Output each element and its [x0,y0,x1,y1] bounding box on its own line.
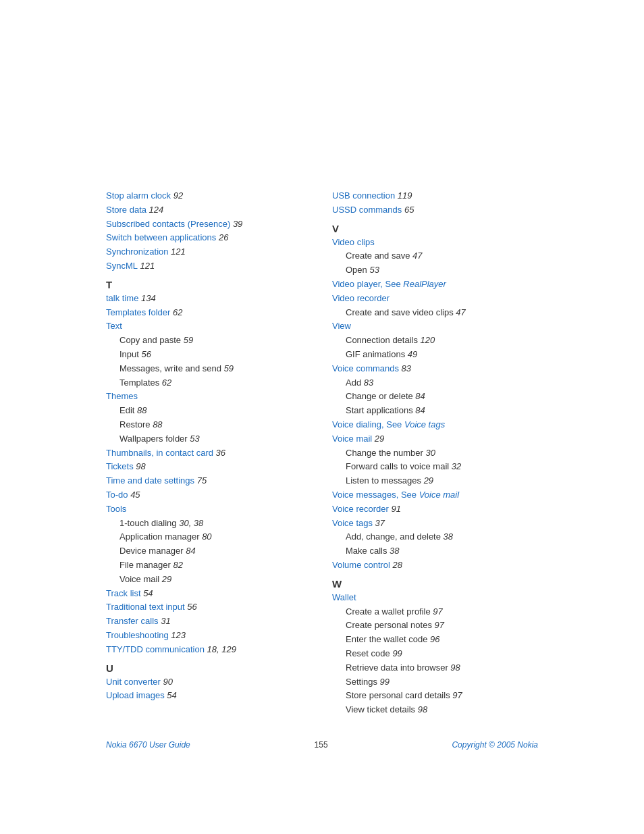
index-parent-entry[interactable]: View [332,319,538,334]
entry-link[interactable]: View [332,321,351,331]
see-reference: RealPlayer [403,279,446,289]
sub-entry-text: Voice mail [119,574,159,584]
sub-entry-number: 59 [221,363,234,373]
index-parent-entry[interactable]: Video clips [332,236,538,250]
sub-entry: Change the number 30 [332,446,538,461]
sub-entry: Voice mail 29 [106,573,312,587]
entry-link[interactable]: To-do [106,490,128,500]
sub-entry-text: Forward calls to voice mail [346,461,449,471]
sub-entry-text: Application manager [119,531,200,542]
see-entry[interactable]: Voice dialing, See Voice tags [332,418,538,432]
index-entry[interactable]: Traditional text input 56 [106,600,312,615]
entry-link[interactable]: Voice messages, See [332,490,419,500]
index-entry[interactable]: Time and date settings 75 [106,474,312,488]
sub-entry-number: 97 [450,690,462,700]
index-parent-entry[interactable]: Video recorder [332,292,538,306]
index-parent-entry[interactable]: Tools [106,502,312,517]
entry-number: 36 [213,448,225,458]
sub-entry-text: GIF animations [346,349,405,359]
index-entry[interactable]: To-do 45 [106,488,312,502]
index-entry[interactable]: Tickets 98 [106,460,312,474]
entry-link[interactable]: Voice mail [332,434,372,444]
sub-entry-number: 62 [159,377,171,388]
index-entry[interactable]: Synchronization 121 [106,245,312,259]
entry-link[interactable]: SyncML [106,261,138,271]
entry-link[interactable]: Video recorder [332,293,390,303]
entry-link[interactable]: Voice commands [332,363,399,373]
sub-entry-number: 56 [139,349,151,359]
section-letter: V [332,223,538,234]
entry-link[interactable]: Wallet [332,592,356,602]
sub-entry-number: 98 [415,704,427,714]
index-entry[interactable]: talk time 134 [106,292,312,306]
index-parent-entry[interactable]: Wallet [332,591,538,605]
entry-link[interactable]: Tools [106,504,126,514]
entry-link[interactable]: Text [106,321,122,331]
entry-link[interactable]: talk time [106,293,138,303]
index-entry[interactable]: Troubleshooting 123 [106,629,312,643]
sub-entry-number: 80 [200,531,212,542]
entry-link[interactable]: Store data [106,205,146,215]
index-entry[interactable]: Upload images 54 [106,689,312,703]
see-reference: Voice tags [404,419,445,429]
index-entry[interactable]: Transfer calls 31 [106,615,312,629]
entry-link[interactable]: Unit converter [106,677,161,687]
index-parent-entry[interactable]: Text [106,319,312,334]
sub-entry-text: Add [346,377,361,388]
entry-link[interactable]: Troubleshooting [106,630,169,640]
entry-link[interactable]: Transfer calls [106,616,159,626]
index-entry[interactable]: Thumbnails, in contact card 36 [106,446,312,461]
entry-link[interactable]: Voice dialing, See [332,419,404,429]
entry-link[interactable]: Volume control [332,560,390,570]
sub-entry: Add 83 [332,376,538,390]
index-entry[interactable]: Voice tags 37 [332,517,538,531]
sub-entry: Store personal card details 97 [332,689,538,703]
entry-link[interactable]: Themes [106,391,138,401]
sub-entry: Enter the wallet code 96 [332,633,538,647]
entry-link[interactable]: USSD commands [332,205,402,215]
index-entry[interactable]: Unit converter 90 [106,675,312,689]
index-entry[interactable]: Voice mail 29 [332,432,538,446]
entry-link[interactable]: Upload images [106,690,165,700]
entry-link[interactable]: Time and date settings [106,475,194,486]
entry-link[interactable]: Stop alarm clock [106,190,171,201]
index-entry[interactable]: Templates folder 62 [106,306,312,320]
index-entry[interactable]: USB connection 119 [332,189,538,203]
entry-link[interactable]: Voice tags [332,518,373,528]
entry-link[interactable]: Tickets [106,461,134,471]
index-entry[interactable]: Voice commands 83 [332,362,538,376]
entry-link[interactable]: Thumbnails, in contact card [106,448,213,458]
sub-entry: Input 56 [106,348,312,362]
entry-link[interactable]: Synchronization [106,246,169,257]
entry-link[interactable]: Subscribed contacts (Presence) [106,219,230,229]
entry-link[interactable]: Video clips [332,237,375,247]
index-entry[interactable]: Switch between applications 26 [106,231,312,245]
index-entry[interactable]: Voice recorder 91 [332,502,538,517]
entry-link[interactable]: Video player, See [332,279,403,289]
index-entry[interactable]: SyncML 121 [106,259,312,273]
index-entry[interactable]: Volume control 28 [332,558,538,573]
sub-entry: Create and save 47 [332,249,538,263]
index-parent-entry[interactable]: Themes [106,390,312,404]
entry-link[interactable]: Track list [106,588,141,598]
index-entry[interactable]: TTY/TDD communication 18, 129 [106,643,312,657]
entry-link[interactable]: Switch between applications [106,232,216,242]
sub-entry-text: Retrieve data into browser [346,662,448,673]
entry-link[interactable]: TTY/TDD communication [106,644,205,654]
entry-link[interactable]: USB connection [332,190,395,201]
index-entry[interactable]: Stop alarm clock 92 [106,189,312,203]
see-entry[interactable]: Voice messages, See Voice mail [332,488,538,502]
index-entry[interactable]: Store data 124 [106,203,312,217]
sub-entry: Create and save video clips 47 [332,306,538,320]
entry-link[interactable]: Traditional text input [106,602,185,612]
index-entry[interactable]: Track list 54 [106,587,312,601]
sub-entry-text: Enter the wallet code [346,634,427,644]
entry-link[interactable]: Voice recorder [332,504,389,514]
index-entry[interactable]: USSD commands 65 [332,203,538,217]
entry-number: 119 [395,190,412,201]
sub-entry-number: 53 [367,265,379,275]
see-entry[interactable]: Video player, See RealPlayer [332,278,538,292]
index-entry[interactable]: Subscribed contacts (Presence) 39 [106,217,312,232]
entry-link[interactable]: Templates folder [106,307,170,317]
sub-entry-text: Make calls [346,546,387,556]
